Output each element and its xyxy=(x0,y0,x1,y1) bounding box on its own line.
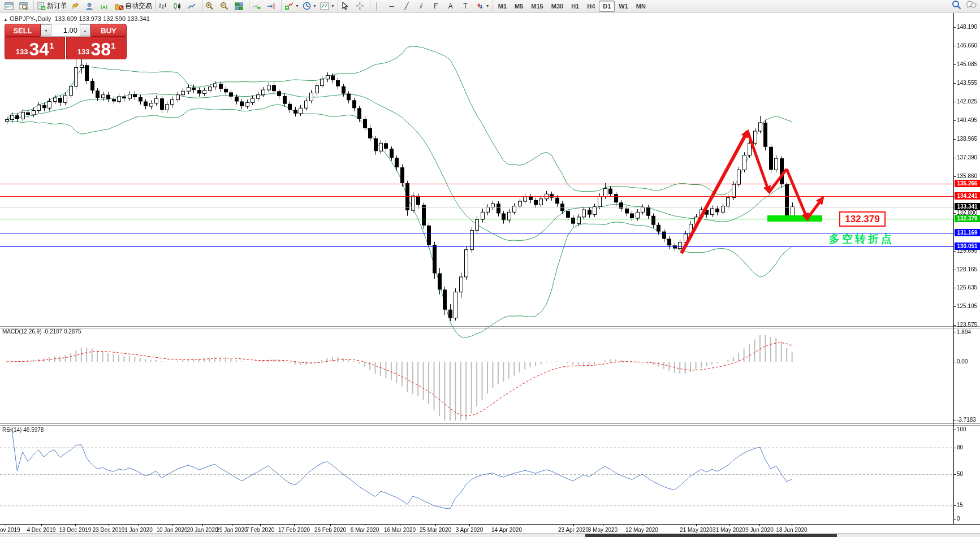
symbol-icon: ▲ xyxy=(3,17,8,22)
horizontal-line-130.051[interactable] xyxy=(0,246,953,247)
support-zone-highlight[interactable] xyxy=(767,215,822,222)
channel-icon: ⫽ xyxy=(417,2,425,11)
vline-button[interactable]: │ xyxy=(372,1,386,12)
volume-decrease-button[interactable]: ▼ xyxy=(41,24,51,36)
timeframe-mn[interactable]: MN xyxy=(632,1,650,12)
horizontal-line-133.341[interactable] xyxy=(0,207,953,207)
horizontal-line-131.169[interactable] xyxy=(0,233,953,233)
turning-point-note[interactable]: 多空转折点 xyxy=(829,232,894,246)
timeframe-m30[interactable]: M30 xyxy=(547,1,567,12)
periods-button[interactable]: ▼ xyxy=(301,1,318,12)
price-axis-tick: 140.495 xyxy=(957,117,977,123)
date-axis-label: 3 Apr 2020 xyxy=(456,527,483,533)
toolbar-group xyxy=(338,0,370,12)
templates-button[interactable]: ▼ xyxy=(318,1,336,12)
trendline-button[interactable]: ╱ xyxy=(401,1,416,12)
buy-price[interactable]: 133 38 1 xyxy=(66,37,127,59)
crosshair-button[interactable] xyxy=(354,1,369,12)
community-icon xyxy=(85,2,93,10)
signals-button[interactable] xyxy=(98,1,113,12)
new-chart-button[interactable] xyxy=(3,1,18,12)
toolbar-group xyxy=(202,0,249,12)
timeframe-h4[interactable]: H4 xyxy=(583,1,599,12)
hline-icon: ─ xyxy=(388,2,396,11)
price-axis-tick: 137.390 xyxy=(957,154,977,161)
toolbar: 新订单自动交易▼▼▼│─╱⫽FAT▼M1M5M15M30H1H4D1W1MN xyxy=(0,0,980,12)
scrollbar-thumb[interactable] xyxy=(585,534,837,537)
sell-price[interactable]: 133 34 1 xyxy=(5,37,65,59)
symbol-quotes: 133.609 133.973 132.590 133.341 xyxy=(55,15,150,22)
price-axis-tick: 143.555 xyxy=(957,80,977,86)
indicators-button[interactable]: ▼ xyxy=(283,1,301,12)
horizontal-line-134.241[interactable] xyxy=(0,196,953,197)
candle-chart-button[interactable] xyxy=(171,1,186,12)
timeframe-m5[interactable]: M5 xyxy=(511,1,527,12)
bar-chart-icon xyxy=(158,2,167,10)
auto-scroll-button[interactable] xyxy=(251,1,265,12)
date-axis-label: 3 May 2020 xyxy=(588,527,618,533)
metaeditor-button[interactable] xyxy=(69,1,84,12)
timeframe-w1[interactable]: W1 xyxy=(615,1,632,12)
rsi-axis-tick: 0 xyxy=(957,516,960,522)
chart-shift-button[interactable] xyxy=(265,1,280,12)
price-axis-tick: 142.025 xyxy=(957,98,977,105)
date-axis-label: 4 Dec 2019 xyxy=(27,527,55,533)
price-badge: 133.341 xyxy=(955,203,980,210)
channel-button[interactable]: ⫽ xyxy=(416,1,430,12)
profiles-button[interactable] xyxy=(18,1,32,12)
rsi-axis-tick: 80 xyxy=(957,444,963,451)
toolbar-group: ▼▼▼ xyxy=(282,0,338,12)
date-axis-label: 23 Apr 2020 xyxy=(558,527,589,533)
timeframe-m15[interactable]: M15 xyxy=(527,1,547,12)
price-badge: 130.051 xyxy=(955,242,980,250)
line-chart-icon xyxy=(188,2,196,10)
tile-windows-button[interactable] xyxy=(233,1,248,12)
auto-trading-button[interactable]: 自动交易 xyxy=(113,1,154,12)
toolbar-button-label: 新订单 xyxy=(47,1,67,11)
buy-button[interactable]: BUY xyxy=(90,24,127,37)
text-icon: A xyxy=(447,2,455,11)
price-axis-tick: 138.965 xyxy=(957,136,977,142)
date-axis-label: 5 Nov 2019 xyxy=(0,527,20,533)
timeframe-d1[interactable]: D1 xyxy=(599,1,615,12)
line-chart-button[interactable] xyxy=(186,1,201,12)
support-price-label[interactable]: 132.379 xyxy=(839,211,886,227)
zoom-in-icon xyxy=(205,2,214,10)
new-order-button[interactable]: 新订单 xyxy=(35,1,69,12)
bar-chart-button[interactable] xyxy=(157,1,171,12)
search-icon[interactable] xyxy=(952,0,961,12)
price-badge: 132.379 xyxy=(955,215,980,222)
arrows-button[interactable]: ▼ xyxy=(474,1,491,12)
arrows-icon xyxy=(476,2,484,10)
date-axis-label: 20 Jan 2020 xyxy=(187,527,218,533)
fibonacci-button[interactable]: F xyxy=(430,1,445,12)
horizontal-line-135.266[interactable] xyxy=(0,184,953,184)
auto-scroll-icon xyxy=(252,2,261,10)
date-axis-label: 31 May 2020 xyxy=(713,527,745,533)
sell-button[interactable]: SELL xyxy=(5,24,41,37)
zoom-in-button[interactable] xyxy=(204,1,218,12)
chart-canvas[interactable] xyxy=(0,0,980,537)
cursor-button[interactable] xyxy=(339,1,354,12)
volume-increase-button[interactable]: ▲ xyxy=(80,24,90,36)
text-button[interactable]: A xyxy=(445,1,460,12)
date-axis-label: 10 Jan 2020 xyxy=(156,527,187,533)
price-axis-tick: 125.105 xyxy=(957,303,977,309)
zoom-out-button[interactable] xyxy=(218,1,233,12)
price-axis-tick: 135.860 xyxy=(957,173,977,179)
chat-icon[interactable] xyxy=(966,1,977,11)
volume-input[interactable] xyxy=(51,24,80,36)
price-badge: 131.169 xyxy=(955,229,980,236)
tile-windows-icon xyxy=(235,2,243,10)
date-axis-label: 18 Jun 2020 xyxy=(776,527,807,533)
timeframe-h1[interactable]: H1 xyxy=(567,1,583,12)
community-button[interactable] xyxy=(84,1,98,12)
hline-button[interactable]: ─ xyxy=(386,1,401,12)
symbol-name: GBPJPY-,Daily xyxy=(10,15,51,22)
sell-price-figure: 133 xyxy=(16,47,28,56)
chart-shift-icon xyxy=(267,2,275,10)
date-axis-label: 17 Feb 2020 xyxy=(278,527,310,533)
price-badge: 134.241 xyxy=(955,192,980,200)
timeframe-m1[interactable]: M1 xyxy=(494,1,511,12)
label-button[interactable]: T xyxy=(460,1,474,12)
